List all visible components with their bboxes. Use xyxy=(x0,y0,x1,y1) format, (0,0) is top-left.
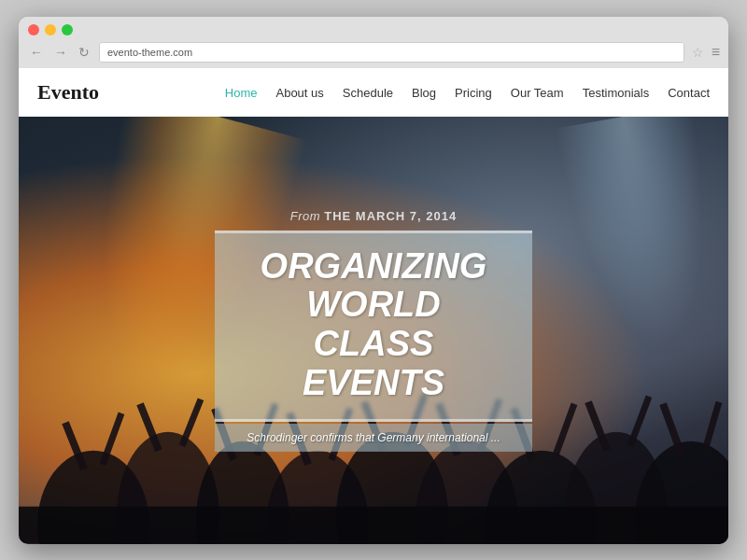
bookmark-icon[interactable]: ☆ xyxy=(692,45,704,60)
address-bar[interactable] xyxy=(99,42,684,63)
browser-chrome: ← → ↻ ☆ ≡ xyxy=(19,17,728,68)
back-button[interactable]: ← xyxy=(28,45,45,60)
hero-content: From THE MARCH 7, 2014 ORGANIZING WORLD … xyxy=(215,208,532,451)
svg-line-12 xyxy=(182,399,201,446)
hero-section: From THE MARCH 7, 2014 ORGANIZING WORLD … xyxy=(19,117,728,544)
website-content: Evento Home About us Schedule Blog Prici… xyxy=(19,68,728,544)
nav-item-contact[interactable]: Contact xyxy=(668,84,710,101)
nav-item-blog[interactable]: Blog xyxy=(412,84,436,101)
svg-line-26 xyxy=(705,402,719,451)
nav-link-contact[interactable]: Contact xyxy=(668,86,710,100)
nav-item-schedule[interactable]: Schedule xyxy=(343,84,393,101)
site-logo: Evento xyxy=(37,80,99,105)
nav-link-about[interactable]: About us xyxy=(275,86,323,100)
hero-subtitle-text: Schrodinger confirms that Germany intern… xyxy=(233,431,514,444)
svg-rect-27 xyxy=(19,507,728,544)
nav-item-home[interactable]: Home xyxy=(225,84,258,101)
hero-title: ORGANIZING WORLD CLASS EVENTS xyxy=(243,246,504,402)
nav-link-schedule[interactable]: Schedule xyxy=(343,86,393,100)
nav-item-about[interactable]: About us xyxy=(275,84,323,101)
nav-link-pricing[interactable]: Pricing xyxy=(455,86,492,100)
svg-line-22 xyxy=(556,404,574,455)
site-navigation: Evento Home About us Schedule Blog Prici… xyxy=(19,68,728,117)
nav-link-blog[interactable]: Blog xyxy=(412,86,436,100)
nav-item-testimonials[interactable]: Testimonials xyxy=(583,84,650,101)
forward-button[interactable]: → xyxy=(52,45,69,60)
nav-link-team[interactable]: Our Team xyxy=(511,86,564,100)
browser-window: ← → ↻ ☆ ≡ Evento Home About us Schedule xyxy=(19,17,728,544)
nav-item-team[interactable]: Our Team xyxy=(511,84,564,101)
nav-link-home[interactable]: Home xyxy=(225,86,258,100)
minimize-button[interactable] xyxy=(45,24,56,35)
close-button[interactable] xyxy=(28,24,39,35)
nav-links: Home About us Schedule Blog Pricing Our … xyxy=(225,84,710,101)
hero-subtitle: Schrodinger confirms that Germany intern… xyxy=(215,424,532,452)
traffic-lights xyxy=(28,24,719,35)
nav-link-testimonials[interactable]: Testimonials xyxy=(583,86,650,100)
menu-icon[interactable]: ≡ xyxy=(712,44,719,61)
maximize-button[interactable] xyxy=(62,24,73,35)
nav-item-pricing[interactable]: Pricing xyxy=(455,84,492,101)
hero-title-box: ORGANIZING WORLD CLASS EVENTS xyxy=(215,230,532,421)
svg-line-24 xyxy=(630,397,649,446)
refresh-button[interactable]: ↻ xyxy=(77,45,92,60)
browser-toolbar: ← → ↻ ☆ ≡ xyxy=(28,42,719,63)
event-date: From THE MARCH 7, 2014 xyxy=(215,208,532,222)
